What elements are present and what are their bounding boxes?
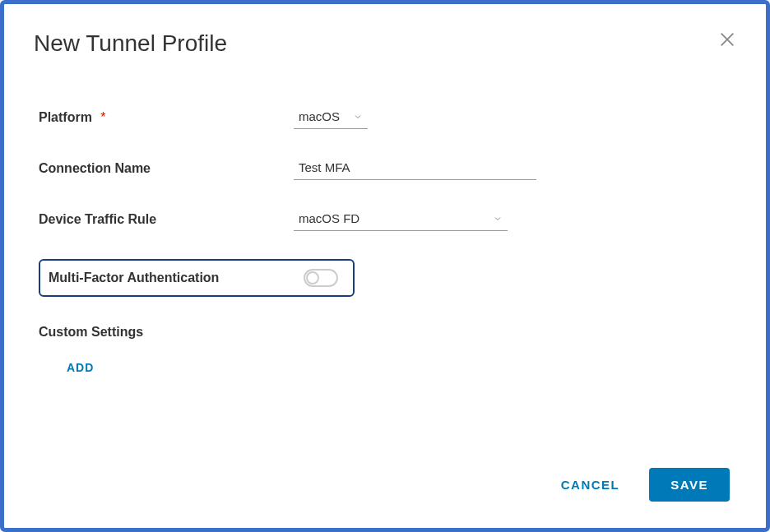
custom-settings-title: Custom Settings: [39, 325, 736, 340]
dialog-footer: CANCEL SAVE: [34, 468, 736, 508]
cancel-button[interactable]: CANCEL: [554, 470, 627, 500]
chevron-down-icon: [353, 112, 363, 122]
device-traffic-rule-label: Device Traffic Rule: [39, 212, 294, 227]
dialog-title: New Tunnel Profile: [34, 30, 227, 57]
platform-row: Platform * macOS: [39, 106, 736, 129]
close-icon[interactable]: [718, 30, 736, 49]
toggle-knob: [306, 271, 319, 285]
platform-label: Platform *: [39, 110, 294, 125]
device-traffic-rule-select[interactable]: macOS FD: [294, 208, 508, 231]
form-body: Platform * macOS Connection Name Device …: [34, 106, 736, 468]
mfa-toggle[interactable]: [304, 269, 338, 287]
device-traffic-rule-row: Device Traffic Rule macOS FD: [39, 208, 736, 231]
add-button[interactable]: ADD: [67, 361, 736, 374]
save-button[interactable]: SAVE: [649, 468, 730, 502]
connection-name-label: Connection Name: [39, 161, 294, 176]
device-traffic-rule-value: macOS FD: [299, 211, 486, 225]
required-asterisk: *: [100, 110, 105, 124]
platform-select[interactable]: macOS: [294, 106, 368, 129]
mfa-label: Multi-Factor Authentication: [49, 271, 304, 285]
dialog: New Tunnel Profile Platform * macOS: [4, 4, 766, 528]
platform-label-text: Platform: [39, 110, 92, 124]
dialog-header: New Tunnel Profile: [34, 30, 736, 57]
connection-name-row: Connection Name: [39, 157, 736, 180]
chevron-down-icon: [493, 214, 503, 224]
platform-value: macOS: [299, 109, 346, 123]
connection-name-input[interactable]: [294, 157, 536, 180]
dialog-frame: New Tunnel Profile Platform * macOS: [0, 0, 770, 532]
mfa-row: Multi-Factor Authentication: [39, 259, 355, 297]
